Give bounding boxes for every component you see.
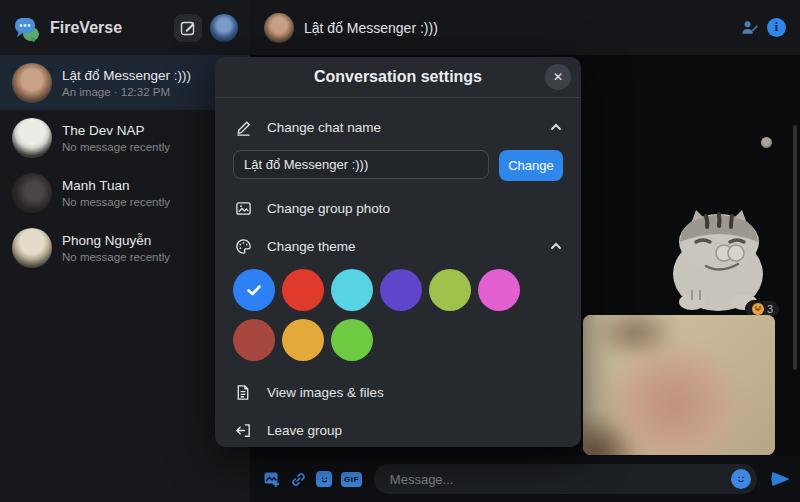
conversation-avatar [12,118,52,158]
change-chat-name-row[interactable]: Change chat name [233,112,563,142]
conversation-list: Lật đổ Messenger :))) An image · 12:32 P… [0,55,250,275]
conversation-settings-modal: Conversation settings ✕ Change chat name [215,57,581,447]
conversation-name: Lật đổ Messenger :))) [62,68,191,83]
change-theme-row[interactable]: Change theme [233,231,563,261]
conversation-name: Manh Tuan [62,178,170,193]
chevron-up-icon [549,239,563,253]
photo-message[interactable] [583,315,775,455]
current-user-avatar[interactable] [210,14,238,42]
sticker-picker-icon[interactable] [316,471,332,487]
theme-color-swatch[interactable] [429,269,471,311]
document-icon [233,384,253,401]
leave-group-label: Leave group [267,423,563,438]
chat-name-input[interactable] [233,150,489,179]
new-message-button[interactable] [174,14,202,42]
gif-picker-icon[interactable]: GIF [341,472,362,487]
conversation-avatar [12,228,52,268]
app-logo-icon [12,13,42,43]
message-composer: GIF [250,456,800,502]
theme-color-swatch[interactable] [233,269,275,311]
sidebar-header: FireVerse [0,0,250,55]
leave-group-row[interactable]: Leave group [233,415,563,445]
message-input[interactable] [388,471,731,488]
sidebar: FireVerse Lật đổ Messenger :))) An image… [0,0,251,502]
view-images-files-row[interactable]: View images & files [233,377,563,407]
theme-color-swatch[interactable] [331,269,373,311]
conversation-item[interactable]: Phong Nguyễn No message recently [0,220,250,275]
conversation-info-button[interactable]: i [767,18,786,37]
conversation-item[interactable]: Manh Tuan No message recently [0,165,250,220]
photo-content [583,315,775,455]
image-icon [233,200,253,217]
app-window: FireVerse Lật đổ Messenger :))) An image… [0,0,800,502]
theme-color-swatch[interactable] [380,269,422,311]
conversation-name: Phong Nguyễn [62,233,170,248]
conversation-item[interactable]: Lật đổ Messenger :))) An image · 12:32 P… [0,55,250,110]
app-brand: FireVerse [12,13,174,43]
selected-check-icon [245,281,263,299]
theme-color-swatch[interactable] [233,319,275,361]
haha-reaction-icon [752,303,764,315]
chevron-up-icon [549,120,563,134]
chat-scrollbar[interactable] [793,125,797,370]
app-name: FireVerse [50,19,122,37]
emoji-picker-icon[interactable] [731,469,751,489]
conversation-preview: No message recently [62,251,170,263]
change-group-photo-label: Change group photo [267,201,563,216]
conversation-preview: No message recently [62,196,170,208]
compose-icon [180,20,196,36]
modal-title: Conversation settings [314,68,482,86]
seen-receipt-avatar [761,137,772,148]
theme-color-grid [233,269,533,361]
leave-group-icon [233,422,253,439]
send-button[interactable] [770,469,790,489]
cat-sticker-message[interactable]: 3 [658,198,776,312]
theme-color-swatch[interactable] [331,319,373,361]
chat-name-form: Change [233,150,563,181]
conversation-avatar [12,63,52,103]
chat-title: Lật đổ Messenger :))) [304,20,740,36]
conversation-avatar [12,173,52,213]
view-images-files-label: View images & files [267,385,563,400]
change-group-photo-row[interactable]: Change group photo [233,193,563,223]
conversation-preview: No message recently [62,141,170,153]
conversation-item[interactable]: The Dev NAP No message recently [0,110,250,165]
chat-header: Lật đổ Messenger :))) i [250,0,800,55]
theme-color-swatch[interactable] [282,269,324,311]
palette-icon [233,238,253,255]
change-chat-name-label: Change chat name [267,120,535,135]
conversation-preview: An image · 12:32 PM [62,86,191,98]
attach-link-icon[interactable] [290,471,307,488]
chat-avatar[interactable] [264,13,294,43]
message-input-pill [374,464,757,494]
change-name-button[interactable]: Change [499,150,563,181]
pencil-icon [233,119,253,136]
attach-image-icon[interactable] [263,470,281,488]
modal-close-button[interactable]: ✕ [545,64,571,90]
change-theme-label: Change theme [267,239,535,254]
conversation-name: The Dev NAP [62,123,170,138]
theme-color-swatch[interactable] [478,269,520,311]
theme-color-swatch[interactable] [282,319,324,361]
modal-header: Conversation settings ✕ [215,57,581,98]
reaction-count: 3 [767,303,773,315]
manage-members-icon[interactable] [740,18,759,37]
